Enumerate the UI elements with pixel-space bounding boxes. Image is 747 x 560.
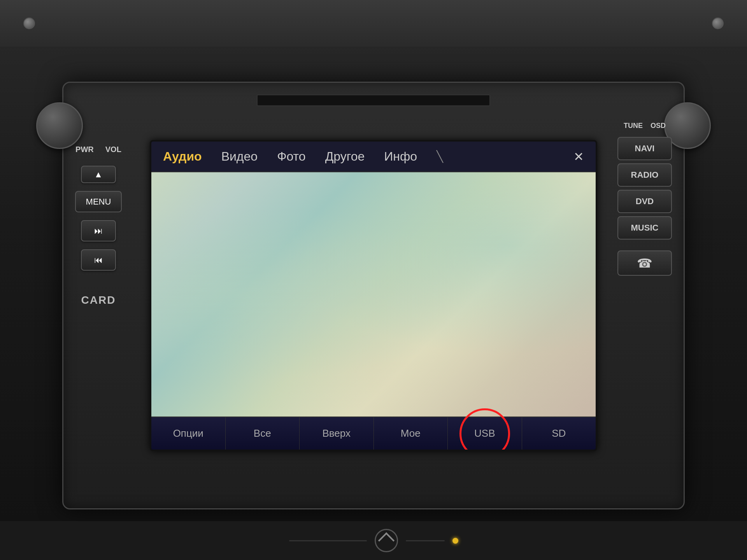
screw-top-left xyxy=(23,18,35,29)
car-unit: PWR VOL ▲ MENU ⏭ ⏮ CARD TUNE OSD NAVI RA… xyxy=(0,0,747,560)
menu-button[interactable]: MENU xyxy=(75,191,122,212)
right-knob-labels: TUNE OSD xyxy=(624,122,666,130)
bottom-line-2 xyxy=(406,540,445,541)
prev-button[interactable]: ⏮ xyxy=(81,249,116,271)
tab-audio[interactable]: Аудио xyxy=(163,147,202,166)
navi-button[interactable]: NAVI xyxy=(617,137,672,160)
tab-photo[interactable]: Фото xyxy=(277,147,306,166)
tune-label: TUNE xyxy=(624,122,643,130)
radio-button[interactable]: RADIO xyxy=(617,163,672,187)
disc-slot xyxy=(257,94,490,106)
sd-button[interactable]: SD xyxy=(522,417,596,450)
next-button[interactable]: ⏭ xyxy=(81,220,116,242)
all-button[interactable]: Все xyxy=(226,417,300,450)
brand-logo xyxy=(375,529,398,552)
music-button[interactable]: MUSIC xyxy=(617,216,672,240)
right-panel: TUNE OSD NAVI RADIO DVD MUSIC ☎ xyxy=(610,83,680,508)
unit-body: PWR VOL ▲ MENU ⏭ ⏮ CARD TUNE OSD NAVI RA… xyxy=(62,82,685,509)
tab-info[interactable]: Инфо xyxy=(384,147,417,166)
screw-top-right xyxy=(712,18,724,29)
tab-other[interactable]: Другое xyxy=(325,147,365,166)
top-hardware xyxy=(0,0,747,47)
my-button[interactable]: Мое xyxy=(374,417,448,450)
left-knob-labels: PWR VOL xyxy=(75,145,121,154)
screen: Аудио Видео Фото Другое Инфо ╲ ✕ Опции В… xyxy=(150,140,597,451)
usb-button[interactable]: USB xyxy=(448,417,522,450)
tab-video[interactable]: Видео xyxy=(221,147,258,166)
content-area xyxy=(151,172,596,416)
bottom-strip xyxy=(0,521,747,560)
eject-button[interactable]: ▲ xyxy=(81,166,116,183)
up-button[interactable]: Вверх xyxy=(300,417,374,450)
vol-label: VOL xyxy=(105,145,121,154)
left-panel: PWR VOL ▲ MENU ⏭ ⏮ CARD xyxy=(67,83,130,508)
pwr-label: PWR xyxy=(75,145,94,154)
options-button[interactable]: Опции xyxy=(151,417,226,450)
osd-label: OSD xyxy=(651,122,666,130)
close-button[interactable]: ✕ xyxy=(573,149,584,164)
nav-arrow-icon: ╲ xyxy=(437,150,443,163)
dvd-button[interactable]: DVD xyxy=(617,190,672,213)
phone-button[interactable]: ☎ xyxy=(617,250,672,276)
nav-bar: Аудио Видео Фото Другое Инфо ╲ ✕ xyxy=(151,142,596,172)
indicator-light xyxy=(452,538,458,544)
bottom-toolbar: Опции Все Вверх Мое USB SD xyxy=(151,416,596,450)
bottom-line xyxy=(289,540,367,541)
card-label[interactable]: CARD xyxy=(81,294,116,306)
